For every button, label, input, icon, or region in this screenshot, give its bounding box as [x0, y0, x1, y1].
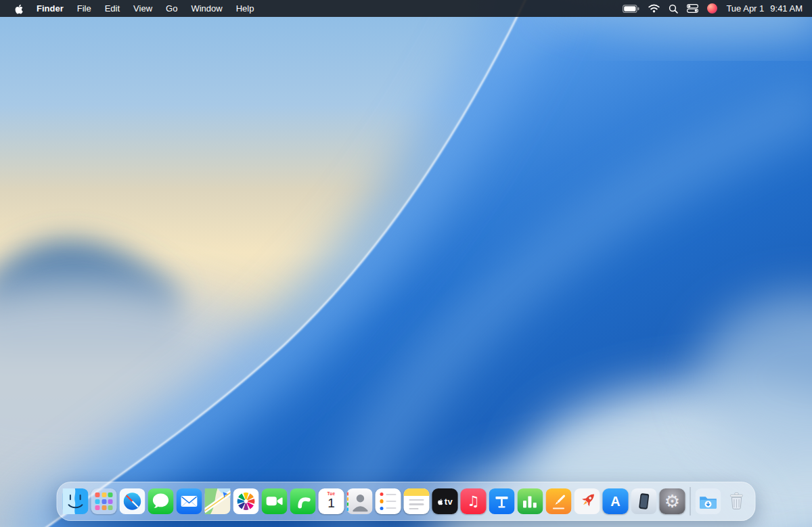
app-store-a-icon: A [610, 494, 620, 509]
speech-bubble-icon [148, 488, 174, 514]
dock-icon-app-store[interactable]: A [603, 488, 629, 514]
menubar-clock[interactable]: Tue Apr 1 9:41 AM [726, 3, 803, 14]
desktop-wallpaper[interactable] [0, 0, 812, 527]
menu-bar: Finder File Edit View Go Window Help [0, 0, 812, 17]
dock-icon-launchpad[interactable] [91, 488, 117, 514]
dock-icon-reminders[interactable] [376, 488, 401, 514]
bar-chart-icon [518, 488, 543, 514]
dock-separator [690, 487, 691, 515]
siri-icon[interactable] [707, 3, 717, 14]
dock-icon-notes[interactable] [404, 488, 430, 514]
dock-icon-messages[interactable] [148, 488, 174, 514]
podium-icon [489, 488, 515, 514]
dock-icon-photos[interactable] [233, 488, 259, 514]
dock-icon-pages[interactable] [546, 488, 572, 514]
pen-icon [546, 488, 572, 514]
dock-icon-maps[interactable] [205, 488, 231, 514]
person-silhouette-icon [347, 488, 373, 514]
phone-handset-icon [290, 488, 316, 514]
apple-menu[interactable] [7, 0, 30, 17]
menu-bar-left: Finder File Edit View Go Window Help [0, 0, 261, 17]
music-note-icon: ♫ [467, 495, 480, 509]
launchpad-grid-icon [95, 492, 99, 497]
envelope-icon [177, 488, 202, 514]
dock-icon-finder[interactable] [63, 488, 89, 514]
app-menu-finder[interactable]: Finder [30, 0, 70, 17]
dock-icon-phone[interactable] [290, 488, 316, 514]
dock-icon-keynote[interactable] [489, 488, 515, 514]
map-icon [205, 488, 231, 514]
rocket-icon [574, 488, 600, 514]
menu-window[interactable]: Window [184, 0, 229, 17]
dock-icon-system-settings[interactable]: ⚙ [660, 488, 685, 514]
control-center-icon[interactable] [687, 4, 698, 13]
menu-go[interactable]: Go [159, 0, 184, 17]
dock-icon-contacts[interactable] [347, 488, 373, 514]
calendar-day: 1 [328, 496, 335, 510]
battery-icon[interactable] [623, 5, 639, 13]
menu-help[interactable]: Help [229, 0, 261, 17]
trash-can-icon [724, 488, 750, 514]
apple-logo-icon [14, 3, 23, 14]
dock-icon-tv[interactable]: tv [432, 488, 458, 514]
dock-icon-facetime[interactable] [262, 488, 288, 514]
gear-icon: ⚙ [664, 492, 680, 510]
menu-bar-status-area: Tue Apr 1 9:41 AM [623, 0, 812, 17]
pinwheel-icon [233, 488, 259, 514]
dock-icon-music[interactable]: ♫ [461, 488, 487, 514]
tv-label: tv [445, 497, 453, 507]
safari-compass-icon [120, 488, 145, 514]
dock-icon-downloads[interactable] [696, 488, 721, 514]
dock-icon-rocket[interactable] [574, 488, 600, 514]
dock: Tue 1 [57, 482, 756, 521]
macos-desktop: Finder File Edit View Go Window Help [0, 0, 812, 527]
finder-face-icon [63, 488, 89, 514]
dock-icon-iphone-mirroring[interactable] [631, 488, 657, 514]
menu-view[interactable]: View [127, 0, 159, 17]
menu-edit[interactable]: Edit [98, 0, 127, 17]
menubar-date: Tue Apr 1 [726, 3, 764, 14]
menu-file[interactable]: File [70, 0, 98, 17]
iphone-icon [631, 488, 657, 514]
video-camera-icon [262, 488, 288, 514]
notes-pad-icon [404, 488, 430, 496]
dock-icon-safari[interactable] [120, 488, 145, 514]
spotlight-search-icon[interactable] [669, 4, 678, 14]
dock-icon-trash[interactable] [724, 488, 750, 514]
calendar-weekday: Tue [328, 491, 336, 496]
menubar-time: 9:41 AM [770, 3, 803, 14]
downloads-folder-icon [696, 488, 721, 514]
reminders-list-icon [380, 492, 397, 496]
wifi-icon[interactable] [648, 4, 660, 13]
dock-icon-calendar[interactable]: Tue 1 [319, 488, 344, 514]
apple-logo-icon [437, 498, 443, 505]
dock-icon-numbers[interactable] [518, 488, 543, 514]
dock-icon-mail[interactable] [177, 488, 202, 514]
